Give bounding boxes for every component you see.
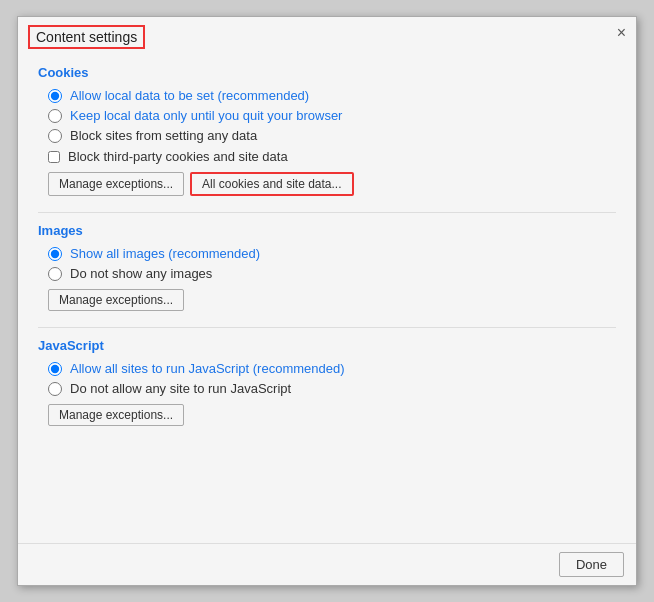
content-area: Cookies Allow local data to be set (reco… (18, 55, 636, 543)
cookies-label-allow-local: Allow local data to be set (recommended) (70, 88, 309, 103)
images-section: Images Show all images (recommended) Do … (38, 223, 616, 311)
dialog-body: Cookies Allow local data to be set (reco… (18, 55, 636, 543)
javascript-label-allow: Allow all sites to run JavaScript (recom… (70, 361, 345, 376)
cookies-checkbox-block-third-party[interactable] (48, 151, 60, 163)
images-label-show-all: Show all images (recommended) (70, 246, 260, 261)
javascript-option-do-not-allow: Do not allow any site to run JavaScript (48, 381, 616, 396)
images-label-do-not-show: Do not show any images (70, 266, 212, 281)
images-radio-show-all[interactable] (48, 247, 62, 261)
cookies-section-title: Cookies (38, 65, 616, 80)
cookies-option-keep-local: Keep local data only until you quit your… (48, 108, 616, 123)
cookies-buttons: Manage exceptions... All cookies and sit… (48, 172, 616, 196)
cookies-options: Allow local data to be set (recommended)… (48, 88, 616, 143)
images-options: Show all images (recommended) Do not sho… (48, 246, 616, 281)
javascript-section-title: JavaScript (38, 338, 616, 353)
cookies-radio-allow-local[interactable] (48, 89, 62, 103)
dialog-title: Content settings (28, 25, 145, 49)
cookies-radio-block-sites[interactable] (48, 129, 62, 143)
javascript-section: JavaScript Allow all sites to run JavaSc… (38, 338, 616, 426)
images-option-do-not-show: Do not show any images (48, 266, 616, 281)
cookies-label-keep-local: Keep local data only until you quit your… (70, 108, 342, 123)
cookies-option-allow-local: Allow local data to be set (recommended) (48, 88, 616, 103)
cookies-option-block-sites: Block sites from setting any data (48, 128, 616, 143)
cookies-radio-keep-local[interactable] (48, 109, 62, 123)
images-buttons: Manage exceptions... (48, 289, 616, 311)
javascript-option-allow: Allow all sites to run JavaScript (recom… (48, 361, 616, 376)
images-radio-do-not-show[interactable] (48, 267, 62, 281)
manage-exceptions-images-button[interactable]: Manage exceptions... (48, 289, 184, 311)
dialog-footer: Done (18, 543, 636, 585)
javascript-radio-allow[interactable] (48, 362, 62, 376)
done-button[interactable]: Done (559, 552, 624, 577)
javascript-label-do-not-allow: Do not allow any site to run JavaScript (70, 381, 291, 396)
javascript-options: Allow all sites to run JavaScript (recom… (48, 361, 616, 396)
content-settings-dialog: Content settings × Cookies Allow local d… (17, 16, 637, 586)
images-option-show-all: Show all images (recommended) (48, 246, 616, 261)
cookies-label-block-third-party: Block third-party cookies and site data (68, 149, 288, 164)
javascript-buttons: Manage exceptions... (48, 404, 616, 426)
images-section-title: Images (38, 223, 616, 238)
manage-exceptions-cookies-button[interactable]: Manage exceptions... (48, 172, 184, 196)
cookies-option-block-third-party: Block third-party cookies and site data (48, 149, 616, 164)
title-bar: Content settings × (18, 17, 636, 55)
cookies-section: Cookies Allow local data to be set (reco… (38, 65, 616, 196)
all-cookies-button[interactable]: All cookies and site data... (190, 172, 353, 196)
divider-1 (38, 212, 616, 213)
close-button[interactable]: × (617, 25, 626, 41)
divider-2 (38, 327, 616, 328)
javascript-radio-do-not-allow[interactable] (48, 382, 62, 396)
cookies-label-block-sites: Block sites from setting any data (70, 128, 257, 143)
manage-exceptions-js-button[interactable]: Manage exceptions... (48, 404, 184, 426)
